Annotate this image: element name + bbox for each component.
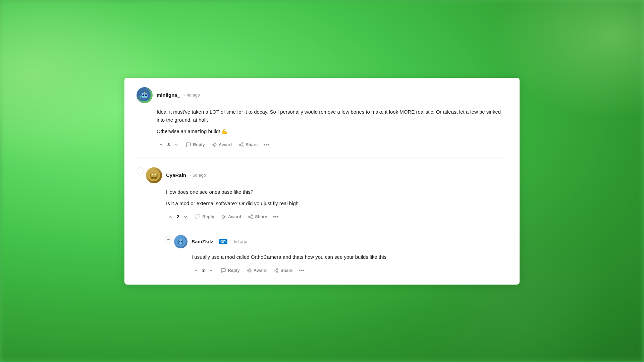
svg-point-39 xyxy=(277,268,278,269)
vote-count: 3 xyxy=(166,142,171,147)
reply-button[interactable]: Reply xyxy=(218,266,242,275)
svg-point-41 xyxy=(277,271,278,273)
more-icon: ••• xyxy=(264,142,269,148)
upvote-button[interactable] xyxy=(166,212,175,222)
reply-button[interactable]: Reply xyxy=(183,140,207,149)
svg-rect-2 xyxy=(141,95,142,97)
award-icon xyxy=(212,142,217,147)
svg-rect-37 xyxy=(180,239,181,240)
comment-header: SamZkilz OP · 5d ago xyxy=(174,235,507,248)
award-button[interactable]: Award xyxy=(209,140,235,149)
svg-point-4 xyxy=(143,94,144,96)
share-button[interactable]: Share xyxy=(245,212,270,222)
username: CyaRain xyxy=(166,172,186,178)
svg-line-14 xyxy=(240,145,242,146)
vote-count: 3 xyxy=(201,268,206,273)
op-badge: OP xyxy=(219,239,227,244)
svg-point-34 xyxy=(179,241,180,242)
vote-section: 3 xyxy=(192,266,215,275)
svg-line-42 xyxy=(275,271,277,272)
svg-point-8 xyxy=(144,92,145,93)
comment-actions: 2 Reply Award xyxy=(162,212,507,230)
upvote-icon xyxy=(168,214,173,220)
samzkilz-inner: − xyxy=(165,230,507,285)
comment-text-1: Idea: it must've taken a LOT of time for… xyxy=(157,108,507,124)
comment-text-1: How does one see ones base like this? xyxy=(166,188,507,196)
svg-point-11 xyxy=(242,142,243,144)
vote-count: 2 xyxy=(175,214,180,219)
reply-button[interactable]: Reply xyxy=(193,212,217,222)
upvote-button[interactable] xyxy=(192,266,200,275)
comment-cyarain-container: − xyxy=(124,158,520,285)
comment-miniigna: miniigna_ · 4d ago Idea: it must've take… xyxy=(124,78,520,158)
svg-point-27 xyxy=(249,216,250,218)
avatar-image xyxy=(148,169,160,181)
comment-actions: 3 Reply Award Share ••• xyxy=(137,140,507,158)
svg-rect-3 xyxy=(147,95,148,97)
comment-actions: 3 Reply Award xyxy=(174,266,507,285)
samzkilz-content: − xyxy=(162,230,507,285)
avatar xyxy=(174,235,187,248)
more-button[interactable]: ••• xyxy=(297,266,306,275)
svg-line-15 xyxy=(240,143,242,144)
vote-section: 3 xyxy=(157,140,180,149)
svg-line-30 xyxy=(250,216,252,217)
avatar xyxy=(146,167,162,183)
upvote-button[interactable] xyxy=(157,140,165,149)
avatar xyxy=(137,87,153,103)
cyarain-body-row: How does one see ones base like this? Is… xyxy=(146,188,507,230)
more-icon: ••• xyxy=(299,267,304,274)
collapse-button[interactable]: − xyxy=(137,167,144,175)
comment-header: miniigna_ · 4d ago xyxy=(137,87,507,103)
comment-body: Idea: it must've taken a LOT of time for… xyxy=(137,108,507,135)
more-button[interactable]: ••• xyxy=(271,212,280,222)
username: miniigna_ xyxy=(157,92,180,98)
svg-point-5 xyxy=(145,94,147,96)
svg-point-40 xyxy=(274,270,275,271)
upvote-icon xyxy=(193,268,199,273)
reply-icon xyxy=(221,268,226,273)
samzkilz-body: SamZkilz OP · 5d ago I usually use a mod… xyxy=(174,235,507,285)
comments-panel: miniigna_ · 4d ago Idea: it must've take… xyxy=(124,78,520,285)
svg-rect-20 xyxy=(155,177,156,178)
nested-collapse-button[interactable]: − xyxy=(165,236,172,243)
thread-line-container xyxy=(146,188,162,230)
svg-point-25 xyxy=(223,216,224,218)
cyarain-content: CyaRain · 5d ago How does one see ones b… xyxy=(146,167,507,230)
svg-point-26 xyxy=(251,215,253,216)
svg-point-38 xyxy=(248,269,250,271)
downvote-icon xyxy=(173,142,179,147)
comment-body: How does one see ones base like this? Is… xyxy=(162,188,507,207)
share-button[interactable]: Share xyxy=(236,140,260,149)
svg-line-29 xyxy=(250,217,252,218)
comment-header: CyaRain · 5d ago xyxy=(146,167,507,183)
comment-body: I usually use a mod called OrthoCamera a… xyxy=(174,253,507,261)
downvote-icon xyxy=(208,268,214,273)
svg-rect-19 xyxy=(152,177,153,178)
vote-section: 2 xyxy=(166,212,190,222)
svg-point-13 xyxy=(242,145,243,147)
award-button[interactable]: Award xyxy=(244,266,270,275)
svg-rect-22 xyxy=(155,174,156,175)
timestamp: · 5d ago xyxy=(231,239,247,244)
award-button[interactable]: Award xyxy=(218,212,244,222)
more-button[interactable]: ••• xyxy=(262,140,271,149)
reply-icon xyxy=(195,214,201,220)
share-icon xyxy=(248,214,253,220)
share-icon xyxy=(238,142,244,147)
downvote-button[interactable] xyxy=(207,266,215,275)
svg-rect-21 xyxy=(152,174,153,175)
downvote-button[interactable] xyxy=(172,140,180,149)
svg-point-12 xyxy=(239,144,240,145)
cyarain-body-content: How does one see ones base like this? Is… xyxy=(162,188,507,230)
svg-line-43 xyxy=(275,269,277,270)
award-icon xyxy=(247,268,252,273)
svg-rect-6 xyxy=(143,97,146,98)
cyarain-row: − xyxy=(124,158,520,230)
svg-point-9 xyxy=(140,96,141,97)
timestamp: · 4d ago xyxy=(184,93,200,98)
samzkilz-row: − xyxy=(124,230,520,285)
downvote-button[interactable] xyxy=(181,212,190,222)
share-button[interactable]: Share xyxy=(271,266,295,275)
svg-point-35 xyxy=(181,241,182,242)
